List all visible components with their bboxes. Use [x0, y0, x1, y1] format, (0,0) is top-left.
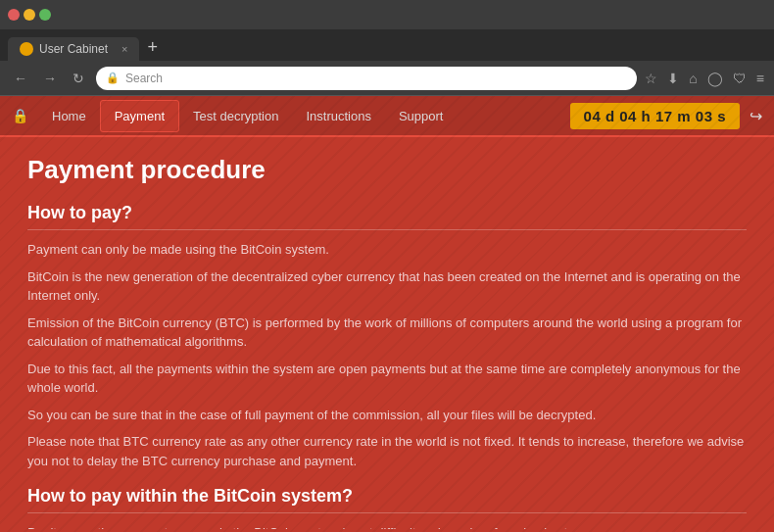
- intro-text: Don't worry, the payment process in the …: [27, 523, 747, 529]
- section-how-to-pay: How to pay?: [27, 203, 747, 230]
- page-title: Payment procedure: [27, 155, 747, 185]
- lock-icon: 🔒: [106, 72, 120, 84]
- profile-icon[interactable]: ◯: [707, 71, 723, 86]
- home-icon[interactable]: ⌂: [689, 71, 697, 86]
- refresh-button[interactable]: ↻: [69, 69, 88, 88]
- shield-icon[interactable]: 🛡: [733, 71, 747, 86]
- address-bar[interactable]: 🔒 Search: [96, 67, 637, 90]
- new-tab-button[interactable]: +: [139, 34, 166, 61]
- tab-title: User Cabinet: [39, 42, 108, 56]
- paragraph-3: Emission of the BitCoin currency (BTC) i…: [27, 314, 747, 352]
- nav-lock-icon: 🔒: [12, 108, 28, 123]
- site-nav: 🔒 Home Payment Test decryption Instructi…: [0, 96, 774, 135]
- section-how-to-pay-bitcoin: How to pay within the BitCoin system?: [27, 486, 747, 513]
- address-bar-row: ← → ↻ 🔒 Search ☆ ⬇ ⌂ ◯ 🛡 ≡: [0, 61, 774, 96]
- tab-bar: User Cabinet × +: [0, 29, 774, 61]
- countdown-timer: 04 d 04 h 17 m 03 s: [570, 103, 740, 129]
- paragraph-6: Please note that BTC currency rate as an…: [27, 432, 747, 470]
- search-input[interactable]: Search: [125, 72, 627, 85]
- bookmark-icon[interactable]: ☆: [645, 71, 657, 86]
- maximize-window-button[interactable]: [39, 9, 51, 21]
- close-window-button[interactable]: [8, 9, 20, 21]
- tab-favicon: [20, 42, 33, 56]
- page-content: Payment procedure How to pay? Payment ca…: [0, 137, 774, 529]
- nav-payment[interactable]: Payment: [100, 100, 179, 132]
- paragraph-2: BitCoin is the new generation of the dec…: [27, 267, 747, 306]
- browser-titlebar: [0, 0, 774, 29]
- logout-icon[interactable]: ↪: [750, 107, 762, 125]
- minimize-window-button[interactable]: [24, 9, 35, 21]
- download-icon[interactable]: ⬇: [667, 71, 679, 86]
- window-controls: [8, 9, 51, 21]
- nav-home[interactable]: Home: [38, 101, 100, 131]
- back-button[interactable]: ←: [10, 69, 31, 88]
- forward-button[interactable]: →: [39, 69, 61, 88]
- toolbar-icons: ☆ ⬇ ⌂ ◯ 🛡 ≡: [645, 71, 764, 86]
- active-tab[interactable]: User Cabinet ×: [8, 37, 139, 61]
- website: 🔒 Home Payment Test decryption Instructi…: [0, 96, 774, 532]
- nav-test-decryption[interactable]: Test decryption: [179, 101, 292, 131]
- nav-instructions[interactable]: Instructions: [292, 101, 384, 131]
- tab-close-button[interactable]: ×: [121, 43, 127, 55]
- nav-support[interactable]: Support: [385, 101, 458, 131]
- paragraph-4: Due to this fact, all the payments withi…: [27, 360, 747, 398]
- paragraph-5: So you can be sure that in the case of f…: [27, 406, 747, 425]
- menu-icon[interactable]: ≡: [756, 71, 764, 86]
- paragraph-1: Payment can only be made using the BitCo…: [27, 240, 747, 260]
